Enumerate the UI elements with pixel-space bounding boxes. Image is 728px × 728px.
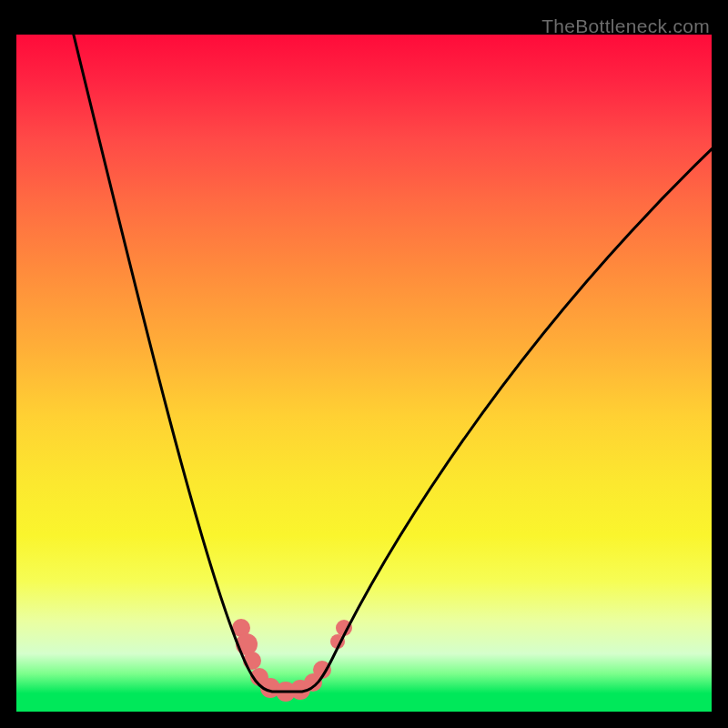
bottleneck-curve [69, 35, 712, 692]
watermark-text: TheBottleneck.com [541, 15, 710, 37]
chart-frame: TheBottleneck.com [16, 16, 712, 712]
curve-layer [16, 35, 712, 712]
plot-area [16, 35, 712, 712]
valley-marker-group [232, 619, 352, 702]
